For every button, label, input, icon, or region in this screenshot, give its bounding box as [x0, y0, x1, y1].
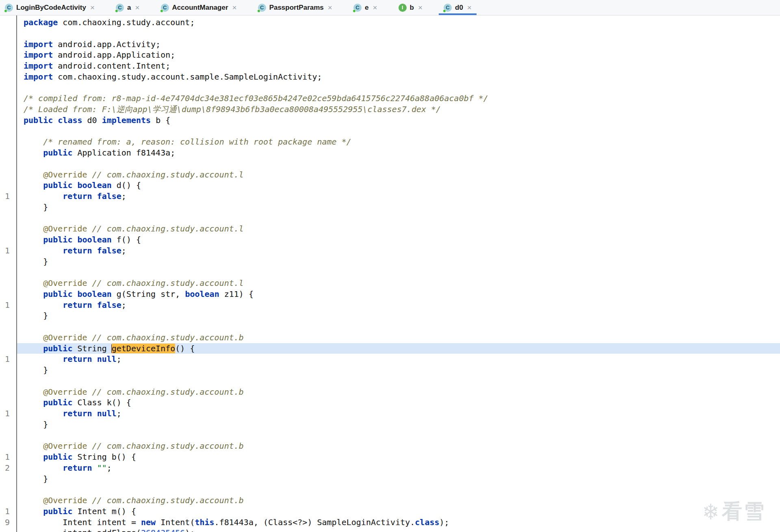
tab-close-icon[interactable]: ×: [467, 4, 472, 11]
gutter-number: [0, 528, 16, 532]
code-line-text: @Override // com.chaoxing.study.account.…: [16, 278, 780, 289]
tab-close-icon[interactable]: ×: [373, 4, 377, 11]
gutter-number: [0, 278, 16, 289]
code-line: @Override // com.chaoxing.study.account.…: [0, 495, 780, 506]
tab-close-icon[interactable]: ×: [418, 4, 422, 11]
gutter-number: 1: [0, 452, 16, 463]
code-line: public class d0 implements b {: [0, 115, 780, 126]
gutter-number: [0, 50, 16, 61]
code-line: import android.content.Intent;: [0, 61, 780, 71]
tab-a[interactable]: Ca×: [111, 0, 145, 15]
gutter-number: [0, 289, 16, 300]
code-line-text: }: [16, 365, 780, 376]
code-line: public Class k() {: [0, 397, 780, 408]
code-line: [0, 82, 780, 93]
tab-PassportParams[interactable]: CPassportParams×: [253, 0, 337, 15]
code-line: @Override // com.chaoxing.study.account.…: [0, 278, 780, 289]
code-line: @Override // com.chaoxing.study.account.…: [0, 332, 780, 343]
code-line-text: [16, 28, 780, 39]
class-icon: C: [5, 4, 13, 12]
code-line: /* compiled from: r8-map-id-4e74704dc34e…: [0, 93, 780, 104]
code-line: 1 public Intent m() {: [0, 506, 780, 517]
code-line-text: public Intent m() {: [16, 506, 780, 517]
code-line: }: [0, 365, 780, 376]
code-line-text: return false;: [16, 245, 780, 256]
gutter-number: [0, 28, 16, 39]
code-line: [0, 158, 780, 169]
tab-e[interactable]: Ce×: [349, 0, 382, 15]
code-line-text: import android.app.Application;: [16, 50, 780, 61]
code-line: package com.chaoxing.study.account;: [0, 17, 780, 28]
tab-LoginByCodeActivity[interactable]: CLoginByCodeActivity×: [0, 0, 100, 15]
code-line: [0, 267, 780, 278]
public-modifier-dot: [353, 9, 356, 13]
gutter-number: [0, 126, 16, 137]
gutter-number: 1: [0, 300, 16, 311]
gutter-number: [0, 332, 16, 343]
code-line-text: public Class k() {: [16, 397, 780, 408]
class-icon: C: [353, 4, 362, 12]
gutter-number: [0, 180, 16, 191]
code-line: @Override // com.chaoxing.study.account.…: [0, 387, 780, 398]
tab-close-icon[interactable]: ×: [135, 4, 139, 11]
code-line: import android.app.Activity;: [0, 39, 780, 50]
tab-close-icon[interactable]: ×: [328, 4, 332, 11]
tab-close-icon[interactable]: ×: [232, 4, 237, 11]
gutter-number: [0, 136, 16, 147]
code-line: import com.chaoxing.study.account.sample…: [0, 71, 780, 82]
code-line-text: package com.chaoxing.study.account;: [16, 17, 780, 28]
code-line: [0, 28, 780, 39]
gutter-number: 1: [0, 506, 16, 517]
public-modifier-dot: [115, 9, 118, 13]
code-line: intent.addFlags(268435456);: [0, 528, 780, 532]
code-line: }: [0, 474, 780, 484]
code-line-text: intent.addFlags(268435456);: [16, 528, 780, 532]
code-line: /* Loaded from: F:\逆向app\学习通\dump\8f9894…: [0, 104, 780, 115]
code-line: [0, 213, 780, 224]
code-line-text: return null;: [16, 354, 780, 365]
code-line-text: import android.app.Activity;: [16, 39, 780, 50]
code-line: 1 return false;: [0, 245, 780, 256]
code-line-text: [16, 376, 780, 387]
class-icon: C: [161, 4, 169, 12]
public-modifier-dot: [257, 9, 260, 13]
code-line-text: }: [16, 474, 780, 484]
code-line-text: [16, 484, 780, 495]
code-line: }: [0, 310, 780, 321]
code-editor[interactable]: package com.chaoxing.study.account;impor…: [0, 15, 780, 532]
code-line-text: }: [16, 419, 780, 430]
code-line: public Application f81443a;: [0, 147, 780, 158]
code-line: [0, 484, 780, 495]
gutter-number: [0, 365, 16, 376]
interface-icon: I: [399, 4, 407, 12]
code-line: [0, 126, 780, 137]
code-line-text: public class d0 implements b {: [16, 115, 780, 126]
gutter-number: [0, 17, 16, 28]
gutter-number: [0, 202, 16, 213]
code-line-text: import android.content.Intent;: [16, 61, 780, 71]
gutter-number: 1: [0, 245, 16, 256]
code-line: public String getDeviceInfo() {: [0, 343, 780, 354]
code-line-text: @Override // com.chaoxing.study.account.…: [16, 387, 780, 398]
code-line-text: /* Loaded from: F:\逆向app\学习通\dump\8f9894…: [16, 104, 780, 115]
code-line-text: }: [16, 202, 780, 213]
tab-close-icon[interactable]: ×: [90, 4, 95, 11]
gutter-number: 1: [0, 408, 16, 419]
gutter-number: 2: [0, 463, 16, 474]
gutter-number: [0, 495, 16, 506]
gutter-number: [0, 223, 16, 234]
code-line: [0, 321, 780, 332]
code-line-text: Intent intent = new Intent(this.f81443a,…: [16, 517, 780, 528]
gutter-number: [0, 234, 16, 245]
gutter-number: [0, 430, 16, 441]
class-icon: C: [258, 4, 266, 12]
tab-AccountManager[interactable]: CAccountManager×: [156, 0, 242, 15]
code-line-text: public String getDeviceInfo() {: [16, 343, 780, 354]
tab-d0[interactable]: Cd0×: [439, 0, 477, 15]
code-line: 1 return null;: [0, 354, 780, 365]
code-line-text: return "";: [16, 463, 780, 474]
gutter-number: [0, 376, 16, 387]
code-line-text: /* compiled from: r8-map-id-4e74704dc34e…: [16, 93, 780, 104]
tab-label: AccountManager: [172, 4, 228, 12]
tab-b[interactable]: Ib×: [394, 0, 428, 15]
